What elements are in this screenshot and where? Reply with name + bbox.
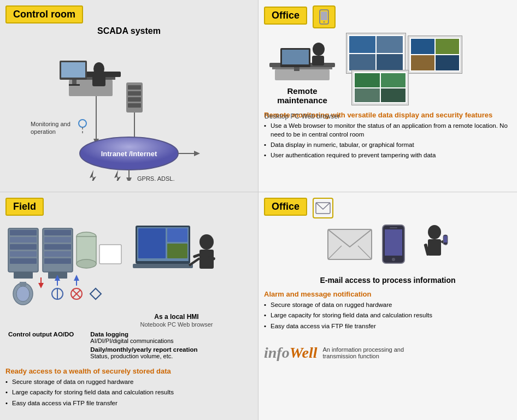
office-remote-label: Office bbox=[264, 7, 307, 25]
panel-office-remote: Office bbox=[258, 0, 517, 192]
ready-access-title: Ready access to a wealth of securely sto… bbox=[5, 367, 252, 375]
control-output-label: Control output AO/DO bbox=[8, 331, 74, 338]
svg-marker-29 bbox=[126, 178, 132, 181]
email-icon-box bbox=[313, 198, 333, 218]
email-visual-area bbox=[264, 224, 512, 268]
remote-visual-area: Remote maintenance Desktop PC Web browse… bbox=[264, 33, 512, 105]
person-phone-svg bbox=[413, 224, 451, 268]
svg-rect-54 bbox=[44, 230, 71, 235]
svg-rect-58 bbox=[44, 258, 71, 264]
field-equipment-svg bbox=[5, 223, 126, 310]
svg-rect-10 bbox=[128, 85, 141, 90]
svg-rect-97 bbox=[390, 227, 397, 228]
person-desk-svg bbox=[264, 33, 340, 87]
svg-point-37 bbox=[324, 21, 325, 23]
email-title: E-mail access to process information bbox=[320, 276, 455, 285]
svg-text:Monitoring and: Monitoring and bbox=[31, 121, 70, 127]
svg-rect-7 bbox=[72, 80, 77, 84]
ready-bullet-1: Secure storage of data on rugged hardwar… bbox=[5, 377, 252, 386]
office-email-header: Office bbox=[264, 198, 512, 218]
alarm-title: Alarm and message notification bbox=[264, 290, 512, 298]
svg-rect-63 bbox=[99, 245, 121, 264]
svg-rect-87 bbox=[193, 253, 201, 258]
main-container: Control room SCADA system bbox=[0, 0, 517, 420]
svg-point-44 bbox=[313, 43, 325, 56]
local-hmi-title: As a local HMI bbox=[154, 313, 198, 321]
bullet-2: Data display in numeric, tabular, or gra… bbox=[264, 140, 512, 149]
svg-rect-39 bbox=[272, 67, 332, 69]
local-hmi-svg bbox=[130, 223, 223, 310]
svg-rect-13 bbox=[128, 103, 141, 108]
svg-marker-26 bbox=[90, 170, 96, 181]
monitoring-bullets: Use a Web browser to monitor the status … bbox=[264, 121, 512, 159]
svg-marker-31 bbox=[194, 151, 200, 156]
panel-office-email: Office bbox=[258, 192, 517, 420]
alarm-bullet-2: Large capacity for storing field data an… bbox=[264, 311, 512, 320]
data-logging-title: Data logging bbox=[90, 331, 197, 338]
email-icon bbox=[315, 202, 331, 214]
scada-title: SCADA system bbox=[5, 26, 252, 36]
alarm-bullets: Secure storage of data on rugged hardwar… bbox=[264, 300, 512, 330]
svg-rect-56 bbox=[44, 244, 71, 250]
svg-point-98 bbox=[428, 225, 441, 239]
svg-text:operation: operation bbox=[31, 128, 56, 135]
local-hmi-text: As a local HMI Notebook PC Web browser bbox=[130, 313, 223, 328]
svg-rect-45 bbox=[312, 56, 324, 66]
svg-rect-8 bbox=[69, 84, 80, 86]
svg-point-3 bbox=[93, 62, 104, 75]
svg-rect-4 bbox=[92, 75, 105, 86]
svg-marker-78 bbox=[74, 275, 79, 281]
ready-access-bullets: Secure storage of data on rugged hardwar… bbox=[5, 377, 252, 407]
svg-rect-36 bbox=[321, 11, 327, 20]
svg-rect-43 bbox=[294, 67, 299, 71]
ready-bullet-3: Easy data access via FTP file transfer bbox=[5, 399, 252, 407]
svg-rect-47 bbox=[10, 230, 37, 235]
svg-rect-82 bbox=[167, 228, 187, 242]
svg-rect-102 bbox=[444, 236, 447, 242]
svg-rect-52 bbox=[14, 272, 33, 279]
remote-title: Remote maintenance bbox=[264, 86, 340, 105]
envelope-svg bbox=[325, 224, 374, 262]
svg-rect-11 bbox=[128, 91, 141, 96]
local-hmi-subtitle: Notebook PC Web browser bbox=[140, 321, 213, 328]
svg-rect-6 bbox=[61, 62, 85, 78]
svg-rect-12 bbox=[128, 97, 141, 102]
svg-rect-49 bbox=[10, 244, 37, 250]
svg-point-85 bbox=[199, 234, 214, 250]
remote-subtitle: Desktop PC Web browser bbox=[265, 113, 340, 120]
svg-rect-91 bbox=[328, 229, 372, 259]
field-content: As a local HMI Notebook PC Web browser bbox=[5, 223, 252, 328]
svg-rect-95 bbox=[385, 229, 402, 256]
svg-rect-66 bbox=[20, 282, 26, 286]
control-room-diagram: Monitoring and operation Intranet /Inter… bbox=[5, 39, 252, 181]
daily-report-sub: Status, production volume, etc. bbox=[90, 353, 197, 359]
field-labels-row: Control output AO/DO Data logging AI/DI/… bbox=[8, 331, 252, 363]
svg-rect-81 bbox=[138, 228, 166, 258]
field-label: Field bbox=[5, 198, 44, 216]
infowell-description: An information processing and transmissi… bbox=[323, 346, 421, 359]
bullet-1: Use a Web browser to monitor the status … bbox=[264, 121, 512, 139]
alarm-bullet-1: Secure storage of data on rugged hardwar… bbox=[264, 300, 512, 309]
svg-rect-42 bbox=[282, 50, 309, 64]
svg-line-89 bbox=[189, 258, 199, 265]
svg-rect-40 bbox=[275, 69, 330, 80]
remote-title-block: Remote maintenance Desktop PC Web browse… bbox=[264, 86, 340, 120]
ready-access-section: Ready access to a wealth of securely sto… bbox=[5, 367, 252, 407]
svg-rect-57 bbox=[44, 251, 71, 257]
person-desk-visual: Remote maintenance Desktop PC Web browse… bbox=[264, 33, 340, 87]
infowell-area: infoWell An information processing and t… bbox=[264, 344, 512, 362]
svg-rect-99 bbox=[428, 239, 441, 256]
office-remote-header: Office bbox=[264, 5, 512, 28]
svg-marker-72 bbox=[90, 288, 101, 299]
svg-rect-50 bbox=[10, 251, 37, 257]
data-logging-block: Data logging AI/DI/PI/digital communicat… bbox=[90, 331, 197, 359]
alarm-bullet-3: Easy data access via FTP file transfer bbox=[264, 322, 512, 330]
screen-mockup-area bbox=[346, 33, 466, 105]
svg-rect-51 bbox=[10, 258, 37, 264]
screen-mockup-2 bbox=[408, 36, 462, 74]
panel-control-room: Control room SCADA system bbox=[0, 0, 258, 192]
svg-rect-84 bbox=[133, 264, 193, 268]
smartphone-svg bbox=[380, 224, 407, 268]
svg-marker-27 bbox=[114, 170, 121, 181]
control-room-svg: Monitoring and operation Intranet /Inter… bbox=[11, 39, 246, 181]
